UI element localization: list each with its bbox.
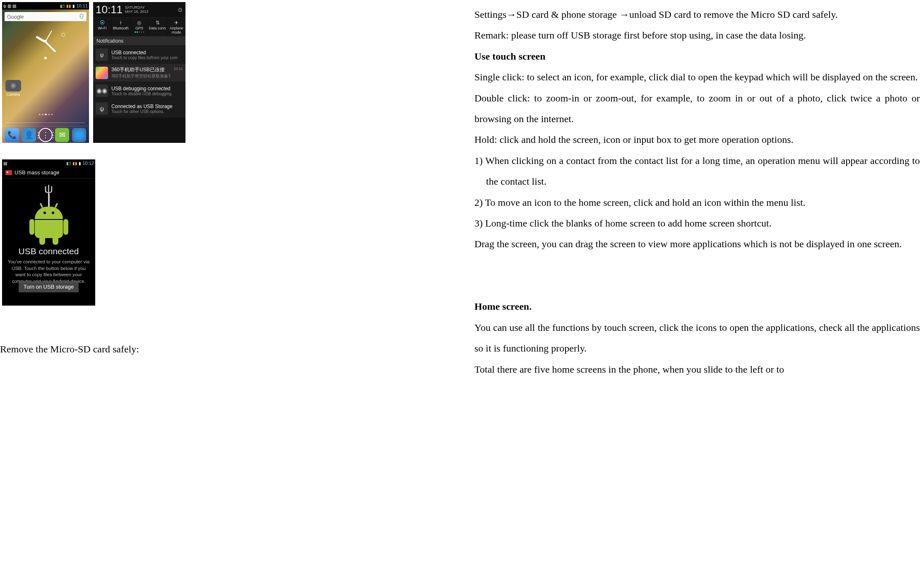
mic-icon[interactable] xyxy=(80,14,84,19)
signal1-icon: ▮▯ xyxy=(60,4,65,8)
notification-subtitle: 360手机助手帮您轻松获取海量手机 xyxy=(111,73,170,79)
messaging-app-icon[interactable]: ✉ xyxy=(55,128,69,142)
signal2-icon: ▮▮ xyxy=(66,4,71,8)
quick-gps-label: GPS xyxy=(130,26,149,30)
data-icon: ⇅ xyxy=(149,19,167,26)
notifications-header: Notifications xyxy=(93,36,185,46)
list-item-1-text: 1) When clicking on a contact from the c… xyxy=(474,155,920,187)
clock-dot-icon xyxy=(44,57,47,59)
quick-wifi[interactable]: ⦿ Wi-Fi xyxy=(93,18,112,36)
shade-date-value: MAY 18, 2013 xyxy=(125,10,148,14)
shade-header: 10:11 SATURDAY MAY 18, 2013 ⚙ xyxy=(93,2,185,18)
screenshot-usb-mass-storage: ▤ ▮▯ ▮▮ ▮ 10:12 USB mass storage USB con… xyxy=(2,159,95,306)
signal1-icon: ▮▯ xyxy=(66,161,71,166)
list-item-2-text: 2) To move an icon to the home screen, c… xyxy=(474,197,806,208)
signal2-icon: ▮▮ xyxy=(72,161,77,166)
notification-360-helper[interactable]: 360手机助手USB已连接 360手机助手帮您轻松获取海量手机 10:11 xyxy=(93,64,185,82)
paragraph-hold: Hold: click and hold the screen, icon or… xyxy=(474,129,920,150)
android-robot-icon xyxy=(31,207,67,239)
shade-clock: 10:11 xyxy=(96,3,123,16)
usb-icon xyxy=(96,48,108,61)
usb-connected-body: You've connected to your computer via US… xyxy=(2,256,95,284)
bluetooth-icon: ᚼ xyxy=(112,19,130,26)
status-clock: 10:12 xyxy=(82,161,94,166)
divider xyxy=(6,123,85,123)
minute-hand-icon xyxy=(45,41,56,53)
usb-connected-heading: USB connected xyxy=(2,246,95,256)
paragraph-drag: Drag the screen, you can drag the screen… xyxy=(474,234,920,254)
notification-title: 360手机助手USB已连接 xyxy=(111,66,170,73)
paragraph-settings-path: Settings→SD card & phone storage →unload… xyxy=(474,4,920,25)
screenshot-home-screen: ψ ▥ ▤ ▮▯ ▮▮ ▮ 10:11 Google xyxy=(2,2,89,143)
quick-data[interactable]: ⇅ Data conn. xyxy=(149,18,167,36)
quick-data-label: Data conn. xyxy=(149,26,167,30)
quick-gps[interactable]: ◎ GPS xyxy=(130,18,149,36)
notification-title: USB debugging connected xyxy=(111,86,183,92)
camera-app-shortcut[interactable]: Camera xyxy=(5,80,22,96)
airplane-icon: ✈ xyxy=(167,19,185,26)
notification-subtitle: Touch to copy files to/from your com xyxy=(111,55,183,60)
paragraph-single-click: Single click: to select an icon, for exa… xyxy=(474,67,920,87)
quick-wifi-label: Wi-Fi xyxy=(93,26,111,30)
shade-day: SATURDAY xyxy=(125,5,145,10)
status-clock: 10:11 xyxy=(76,3,88,8)
contacts-app-icon[interactable]: 👤 xyxy=(22,128,36,142)
window-title: USB mass storage xyxy=(14,169,59,176)
quick-bt-label: Bluetooth xyxy=(112,26,130,30)
window-title-row: USB mass storage xyxy=(2,167,95,178)
list-item-2: 2) To move an icon to the home screen, c… xyxy=(474,192,920,213)
google-logo-text: Google xyxy=(7,14,80,20)
status-bar: ψ ▥ ▤ ▮▯ ▮▮ ▮ 10:11 xyxy=(2,2,89,10)
paragraph-remark: Remark: please turn off USB storage firs… xyxy=(474,25,920,46)
app-drawer-icon[interactable]: ⋮⋮⋮ xyxy=(38,128,53,142)
list-item-1: 1) When clicking on a contact from the c… xyxy=(474,150,920,192)
sdcard-indicator-icon: ▤ xyxy=(3,161,7,166)
left-column: ψ ▥ ▤ ▮▯ ▮▮ ▮ 10:11 Google xyxy=(0,0,462,576)
screenshot-notification-shade: 10:11 SATURDAY MAY 18, 2013 ⚙ ⦿ Wi-Fi ᚼ … xyxy=(93,2,185,143)
list-item-3: 3) Long-time click the blanks of home sc… xyxy=(474,213,920,234)
paragraph-double-click: Double click: to zoom-in or zoom-out, fo… xyxy=(474,88,920,130)
bug-indicator-icon: ▥ xyxy=(7,4,11,8)
quick-bluetooth[interactable]: ᚼ Bluetooth xyxy=(112,18,130,36)
clock-center-icon xyxy=(44,40,47,42)
notification-subtitle: Touch for other USB options. xyxy=(111,109,183,114)
heading-home-screen: Home screen. xyxy=(474,296,920,317)
notification-usb-connected[interactable]: USB connected Touch to copy files to/fro… xyxy=(93,46,185,64)
browser-app-icon[interactable]: 🌐 xyxy=(72,128,86,142)
right-column: Settings→SD card & phone storage →unload… xyxy=(462,0,924,576)
clock-ring-icon xyxy=(61,33,65,37)
camera-label: Camera xyxy=(7,92,20,96)
paragraph-home-screen-1: You can use all the functions by touch s… xyxy=(474,317,920,359)
quick-settings-row: ⦿ Wi-Fi ᚼ Bluetooth ◎ GPS ⇅ Data conn. ✈… xyxy=(93,18,185,36)
left-caption: Remove the Micro-SD card safely: xyxy=(0,344,139,355)
google-search-bar[interactable]: Google xyxy=(5,12,87,21)
sdcard-indicator-icon: ▤ xyxy=(12,4,16,8)
usb-storage-icon xyxy=(96,102,108,115)
notification-usb-storage[interactable]: Connected as USB Storage Touch for other… xyxy=(93,100,185,118)
battery-icon: ▮ xyxy=(79,161,81,166)
app360-icon xyxy=(96,67,108,79)
status-bar: ▤ ▮▯ ▮▮ ▮ 10:12 xyxy=(2,159,95,167)
home-pager-dots xyxy=(2,114,89,116)
android-head-icon: ◉◉ xyxy=(96,84,108,97)
notification-subtitle: Touch to disable USB debugging. xyxy=(111,92,183,96)
notification-timestamp: 10:11 xyxy=(173,67,183,71)
shade-date: SATURDAY MAY 18, 2013 xyxy=(125,6,148,14)
notification-usb-debugging[interactable]: ◉◉ USB debugging connected Touch to disa… xyxy=(93,82,185,100)
list-item-3-text: 3) Long-time click the blanks of home sc… xyxy=(474,218,772,229)
quick-air-label: Airplane mode xyxy=(167,26,185,34)
android-usb-illustration xyxy=(24,184,74,239)
usb-trident-icon xyxy=(44,182,53,196)
turn-on-usb-storage-button[interactable]: Turn on USB storage xyxy=(19,281,79,292)
quick-airplane[interactable]: ✈ Airplane mode xyxy=(167,18,185,36)
gps-icon: ◎ xyxy=(130,19,149,26)
paragraph-home-screen-2: Total there are five home screens in the… xyxy=(474,359,920,380)
heading-use-touch-screen: Use touch screen xyxy=(474,46,920,67)
usb-mass-storage-icon xyxy=(5,170,12,175)
phone-app-icon[interactable]: 📞 xyxy=(5,128,19,142)
settings-icon[interactable]: ⚙ xyxy=(178,7,183,13)
battery-icon: ▮ xyxy=(72,4,75,8)
usb-indicator-icon: ψ xyxy=(3,4,6,8)
dock: 📞 👤 ⋮⋮⋮ ✉ 🌐 xyxy=(2,126,89,142)
analog-clock-widget[interactable] xyxy=(2,24,89,73)
